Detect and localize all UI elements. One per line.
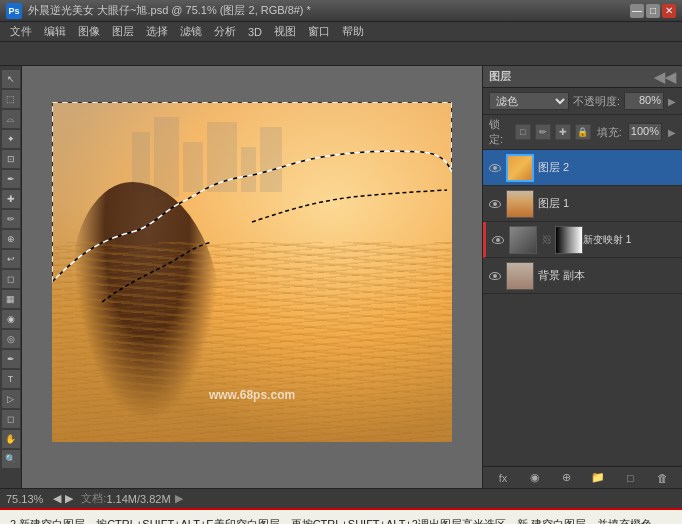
eyedropper-tool[interactable]: ✒ — [2, 170, 20, 188]
options-bar — [0, 42, 682, 66]
canvas-arrow-left[interactable]: ◀ — [53, 492, 61, 505]
eye-icon — [492, 236, 504, 244]
history-tool[interactable]: ↩ — [2, 250, 20, 268]
layer-2-name: 图层 2 — [538, 160, 678, 175]
heal-tool[interactable]: ✚ — [2, 190, 20, 208]
lock-pixels-button[interactable]: ✏ — [535, 124, 551, 140]
layer-1-name: 图层 1 — [538, 196, 678, 211]
shape-tool[interactable]: ◻ — [2, 410, 20, 428]
opacity-value[interactable]: 80% — [624, 92, 664, 110]
watermark: www.68ps.com — [209, 388, 295, 402]
adjustment-layer-button[interactable]: ⊕ — [557, 470, 577, 486]
fill-arrow[interactable]: ▶ — [668, 127, 676, 138]
canvas-area: www.68ps.com — [22, 66, 482, 488]
gradmap-adj-thumbnail — [555, 226, 583, 254]
clone-tool[interactable]: ⊕ — [2, 230, 20, 248]
bg-thumbnail — [506, 262, 534, 290]
layer-item-2[interactable]: 图层 2 — [483, 150, 682, 186]
bg-visibility[interactable] — [487, 268, 503, 284]
path-tool[interactable]: ▷ — [2, 390, 20, 408]
layer-mask-button[interactable]: ◉ — [525, 470, 545, 486]
opacity-arrow[interactable]: ▶ — [668, 96, 676, 107]
eye-icon — [489, 164, 501, 172]
lasso-tool[interactable]: ⌓ — [2, 110, 20, 128]
menu-help[interactable]: 帮助 — [336, 24, 370, 39]
menu-3d[interactable]: 3D — [242, 26, 268, 38]
title-bar: Ps 外晨逆光美女 大眼仔~旭.psd @ 75.1% (图层 2, RGB/8… — [0, 0, 682, 22]
chain-icon: ⛓ — [542, 234, 552, 245]
doc-size-arrow[interactable]: ▶ — [175, 492, 183, 505]
menu-filter[interactable]: 滤镜 — [174, 24, 208, 39]
hand-tool[interactable]: ✋ — [2, 430, 20, 448]
maximize-button[interactable]: □ — [646, 4, 660, 18]
left-toolbar: ↖ ⬚ ⌓ ✦ ⊡ ✒ ✚ ✏ ⊕ ↩ ◻ ▦ ◉ ◎ ✒ T ▷ ◻ ✋ 🔍 — [0, 66, 22, 488]
eye-icon — [489, 272, 501, 280]
layer-1-visibility[interactable] — [487, 196, 503, 212]
canvas-image: www.68ps.com — [52, 102, 452, 442]
marquee-tool[interactable]: ⬚ — [2, 90, 20, 108]
panel-footer: fx ◉ ⊕ 📁 □ 🗑 — [483, 466, 682, 488]
blend-mode-select[interactable]: 滤色 正常 溶解 变暗 正片叠底 颜色加深 变亮 滤色 颜色减淡 叠加 柔光 强… — [489, 92, 569, 110]
bg-name: 背景 副本 — [538, 268, 678, 283]
layers-panel: 图层 ◀◀ 滤色 正常 溶解 变暗 正片叠底 颜色加深 变亮 滤色 颜色减淡 叠… — [483, 66, 682, 488]
lock-row: 锁定: □ ✏ ✚ 🔒 填充: 100% ▶ — [483, 115, 682, 150]
menu-edit[interactable]: 编辑 — [38, 24, 72, 39]
panel-pin-button[interactable]: ◀◀ — [654, 69, 676, 85]
menu-view[interactable]: 视图 — [268, 24, 302, 39]
menu-bar: 文件 编辑 图像 图层 选择 滤镜 分析 3D 视图 窗口 帮助 — [0, 22, 682, 42]
blur-tool[interactable]: ◉ — [2, 310, 20, 328]
canvas-arrow-right[interactable]: ▶ — [65, 492, 73, 505]
blend-mode-row: 滤色 正常 溶解 变暗 正片叠底 颜色加深 变亮 滤色 颜色减淡 叠加 柔光 强… — [483, 88, 682, 115]
pen-tool[interactable]: ✒ — [2, 350, 20, 368]
crop-tool[interactable]: ⊡ — [2, 150, 20, 168]
opacity-label: 不透明度: — [573, 94, 620, 109]
layer-2-thumbnail — [506, 154, 534, 182]
lock-all-button[interactable]: 🔒 — [575, 124, 591, 140]
gradient-tool[interactable]: ▦ — [2, 290, 20, 308]
zoom-level: 75.13% — [6, 493, 43, 505]
bottom-instruction-text: 2.新建空白图层，按CTRL+SHIFT+ALT+E盖印空白图层，再按CTRL+… — [10, 518, 663, 524]
gradmap-name: 新变映射 1 — [583, 233, 678, 247]
layer-1-thumbnail — [506, 190, 534, 218]
zoom-tool[interactable]: 🔍 — [2, 450, 20, 468]
type-tool[interactable]: T — [2, 370, 20, 388]
lock-transparent-button[interactable]: □ — [515, 124, 531, 140]
layers-panel-header: 图层 ◀◀ — [483, 66, 682, 88]
fill-label: 填充: — [597, 125, 622, 140]
layer-item-gradmap[interactable]: ⛓ 新变映射 1 — [483, 222, 682, 258]
gradmap-visibility[interactable] — [490, 232, 506, 248]
window-controls: — □ ✕ — [630, 4, 676, 18]
menu-select[interactable]: 选择 — [140, 24, 174, 39]
lock-icons: □ ✏ ✚ 🔒 — [515, 124, 591, 140]
fill-value[interactable]: 100% — [628, 123, 662, 141]
close-button[interactable]: ✕ — [662, 4, 676, 18]
eye-icon — [489, 200, 501, 208]
menu-file[interactable]: 文件 — [4, 24, 38, 39]
menu-image[interactable]: 图像 — [72, 24, 106, 39]
canvas-status-bar: 75.13% ◀ ▶ 文档: 1.14M/3.82M ▶ — [0, 488, 682, 508]
window-title: 外晨逆光美女 大眼仔~旭.psd @ 75.1% (图层 2, RGB/8#) … — [28, 3, 630, 18]
layer-item-bg[interactable]: 背景 副本 — [483, 258, 682, 294]
minimize-button[interactable]: — — [630, 4, 644, 18]
right-panel: 图层 ◀◀ 滤色 正常 溶解 变暗 正片叠底 颜色加深 变亮 滤色 颜色减淡 叠… — [482, 66, 682, 488]
gradmap-thumbnail — [509, 226, 537, 254]
canvas-wrapper: www.68ps.com — [52, 102, 452, 442]
layer-item-1[interactable]: 图层 1 — [483, 186, 682, 222]
delete-layer-button[interactable]: 🗑 — [652, 470, 672, 486]
new-group-button[interactable]: 📁 — [588, 470, 608, 486]
magic-wand-tool[interactable]: ✦ — [2, 130, 20, 148]
lock-label: 锁定: — [489, 117, 509, 147]
menu-layer[interactable]: 图层 — [106, 24, 140, 39]
layer-2-visibility[interactable] — [487, 160, 503, 176]
bottom-text-area: 2.新建空白图层，按CTRL+SHIFT+ALT+E盖印空白图层，再按CTRL+… — [0, 508, 682, 524]
new-layer-button[interactable]: □ — [620, 470, 640, 486]
layer-effects-button[interactable]: fx — [493, 470, 513, 486]
eraser-tool[interactable]: ◻ — [2, 270, 20, 288]
menu-analyze[interactable]: 分析 — [208, 24, 242, 39]
move-tool[interactable]: ↖ — [2, 70, 20, 88]
lock-position-button[interactable]: ✚ — [555, 124, 571, 140]
dodge-tool[interactable]: ◎ — [2, 330, 20, 348]
menu-window[interactable]: 窗口 — [302, 24, 336, 39]
doc-size-label: 文档: — [81, 491, 106, 506]
brush-tool[interactable]: ✏ — [2, 210, 20, 228]
